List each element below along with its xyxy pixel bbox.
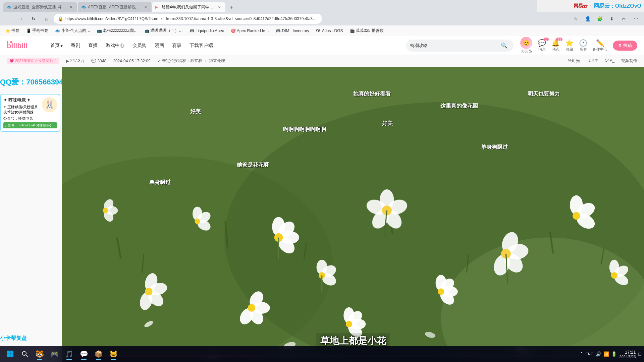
search-bar[interactable]: 🔍 [406,40,514,52]
search-input[interactable] [410,43,499,48]
nav-shop[interactable]: 会员购 [129,41,150,50]
up-label: UP主 [589,58,598,64]
extensions-button[interactable]: 🧩 [594,13,605,24]
browser-tab-2[interactable]: 🐟 APEX直播_APEX直播解说视频_斗鱼_斗 ✕ [78,2,152,12]
status-icon: ✓ [157,59,161,63]
home-button[interactable]: ⌂ [41,13,52,24]
svg-point-30 [248,304,256,312]
floating-ad-box: 🐰 ✦ 哼味电竞 ✦ ✦ 王牌赋能/天榜猎杀 技术盐女/声优萌妹 公众号：哼味电… [0,94,60,132]
bookmark-label-8: Atlas · DGS [322,28,343,33]
tab1-close[interactable]: ✕ [68,4,74,10]
nav-manga[interactable]: 漫画 [151,41,167,50]
bookmark-favicon-6: 🎯 [231,28,235,33]
browser-tab-1[interactable]: 🐟 游戏直播_全部游戏直播_斗鱼直播 ✕ [3,2,77,12]
svg-rect-85 [7,354,10,357]
dynamic-badge: 11 [556,38,562,41]
sub-header-right: 绘时光_ UP主 54P_ 视频制作 [568,58,637,64]
dynamic-label: 动态 [552,47,559,52]
taskbar-app-store[interactable]: 📦 [91,347,106,361]
bookmark-item-9[interactable]: 🎬 瓜瓜025·播善数 [347,27,386,35]
browser-tab-3[interactable]: ▶ 结婚4年,我们又做回了同学?… ✕ [152,2,225,12]
upload-date: 2024-04-05 17:32:09 [113,59,150,63]
screenshot-button[interactable]: ✂ [619,13,629,24]
bookmark-item-8[interactable]: 🗺 Atlas · DGS [313,27,346,35]
upload-button[interactable]: ⬆ 投稿 [613,41,637,51]
show-hidden-icons[interactable]: ⌃ [580,351,584,357]
main-content: QQ爱：706566394 小卡帮复盘 🐰 ✦ 哼味电竞 ✦ ✦ 王牌赋能/天榜… [0,67,644,362]
svg-rect-83 [7,351,10,354]
refresh-button[interactable]: ↻ [28,13,39,24]
taskbar-app-extra[interactable]: 🐱 [106,347,121,361]
video-player-area[interactable]: 她真的好好看看 好美 啊啊啊啊啊啊啊啊 这里真的像花园 单身狗飘过 她爸是花花呀… [62,67,644,362]
notification-icon[interactable]: □ [639,351,641,357]
sub-right-1: 绘时光_ [568,58,582,64]
tab1-title: 游戏直播_全部游戏直播_斗鱼直播 [13,4,67,10]
bookmark-label-4: 哔哩哔哩（ '· ）… [151,28,183,34]
tab2-close[interactable]: ✕ [143,4,148,10]
ad-wechat: 公众号：哼味电竞 [3,116,57,121]
bookmark-item-1[interactable]: 📱 手机书签 [23,27,51,35]
url-bar[interactable]: 🔒 https://www.bilibili.com/video/BV1gC41… [54,14,322,24]
bookmark-favicon-8: 🗺 [316,28,321,33]
battery-icon[interactable]: 🔋 [611,351,617,357]
nav-anime[interactable]: 番剧 [67,41,84,50]
tab3-title: 结婚4年,我们又做回了同学?… [162,4,215,10]
video-make-label: 视频制作 [621,58,637,64]
audio-icon[interactable]: 🔊 [596,351,601,357]
bookmark-item-4[interactable]: 📺 哔哩哔哩（ '· ）… [142,27,185,35]
tab2-title: APEX直播_APEX直播解说视频_斗鱼_斗 [88,4,142,10]
message-icon[interactable]: 💬 1 消息 [538,39,546,52]
browser-toolbar-right: ☆ 👤 🧩 ⬇ ✂ ⋯ [570,13,641,24]
bookmark-star-button[interactable]: ☆ [570,13,581,24]
new-tab-button[interactable]: + [227,3,236,12]
header-right-actions: 😊 大会员 💬 1 消息 🔔 11 动态 ⭐ 收藏 🕐 历史 [520,37,637,54]
tab3-favicon: ▶ [155,5,160,9]
taskbar-app-music[interactable]: 🎵 [62,347,76,361]
bookmark-favicon-2: 🐟 [55,28,60,33]
taskbar-search-button[interactable] [17,347,32,361]
bookmark-item-2[interactable]: 🐟 斗鱼·个人点的… [52,27,93,35]
ad-subtitle-text: ✦ 王牌赋能/天榜猎杀 [3,105,38,109]
bookmark-item-5[interactable]: 🎮 Liquipedia Apex [187,27,227,35]
taskbar-app-chat[interactable]: 💬 [76,347,91,361]
nav-esports[interactable]: 赛事 [169,41,185,50]
back-button[interactable]: ← [3,13,13,24]
upload-icon: ⬆ [618,43,622,48]
tab3-close[interactable]: ✕ [217,4,222,10]
taskbar-clock[interactable]: 17:21 2024/5/23 [620,350,636,359]
bookmark-item-7[interactable]: 🎮 DIM · Inventory [273,27,312,35]
bookmark-favicon-5: 🎮 [190,28,194,33]
forward-button[interactable]: → [15,13,26,24]
settings-button[interactable]: ⋯ [631,13,641,24]
ad-phone: 开黑号：174520(24H添加接待) [3,122,57,128]
nav-live[interactable]: 直播 [85,41,101,50]
dynamic-icon[interactable]: 🔔 11 动态 [551,39,560,52]
video-sub-header: 💗 2024年新用户投稿奖励↗ ▶ 247.3万 💬 3948 2024-04-… [0,55,644,67]
member-icon[interactable]: 😊 大会员 [520,37,532,54]
favorites-icon[interactable]: ⭐ 收藏 [565,39,574,52]
taskbar-app-2[interactable]: 🎮 [47,347,62,361]
network-icon[interactable]: 📶 [603,351,609,357]
download-button[interactable]: ⬇ [606,13,617,24]
nav-game-center[interactable]: 游戏中心 [102,41,128,50]
bilibili-logo[interactable]: bilibili [7,41,40,51]
nav-home[interactable]: 首页 ▾ [47,41,66,50]
history-icon[interactable]: 🕐 历史 [579,39,587,52]
video-player[interactable]: 她真的好好看看 好美 啊啊啊啊啊啊啊啊 这里真的像花园 单身狗飘过 她爸是花花呀… [62,67,644,362]
taskbar-app-game[interactable]: 🐯 [32,347,47,361]
tabs-container: 🐟 游戏直播_全部游戏直播_斗鱼直播 ✕ 🐟 APEX直播_APEX直播解说视频… [3,0,594,12]
creative-center-icon[interactable]: ✏️ 创作中心 [593,39,607,52]
nav-download[interactable]: 下载客户端 [186,41,216,50]
upload-label: 投稿 [623,43,632,49]
taskbar-windows-button[interactable] [3,347,17,361]
language-icon[interactable]: ENG [586,352,594,356]
play-icon: ▶ [66,59,69,63]
bookmark-item-3[interactable]: 📺 老张zzzzzzzzZ圆… [94,27,140,35]
bookmark-item-0[interactable]: ⭐ 书签 [3,27,22,35]
meadow-background [62,67,644,362]
user-profile-button[interactable]: 👤 [582,13,593,24]
ad-stat-label: 💗 2024年新用户投稿奖励↗ [9,58,57,63]
bookmark-item-6[interactable]: 🎯 Apex Ranked le… [228,27,272,35]
search-button[interactable]: 🔍 [499,41,509,50]
user-avatar[interactable]: 😊 [520,37,532,49]
